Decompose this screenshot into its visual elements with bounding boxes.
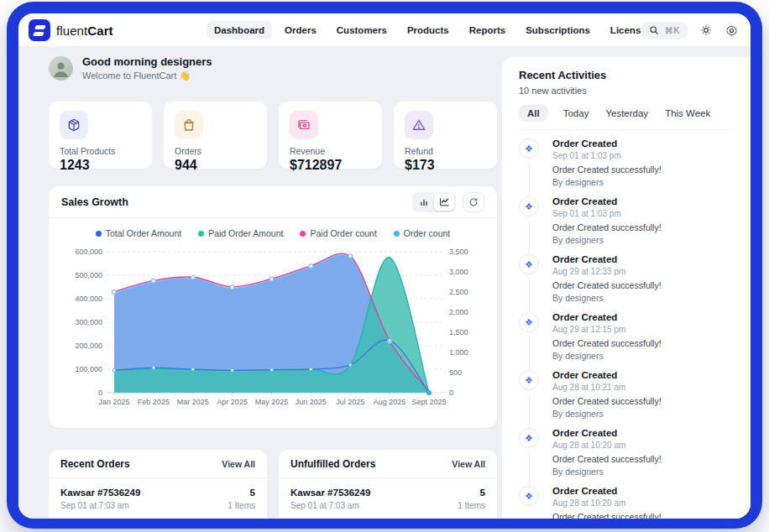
nav-item-dashboard[interactable]: Dashboard (207, 21, 272, 39)
legend-dot (394, 231, 400, 237)
search-input[interactable]: ⌘K (641, 22, 688, 39)
activity-item[interactable]: ❖Order CreatedSep 01 at 1:03 pmOrder Cre… (519, 138, 734, 196)
activity-body: Order CreatedAug 29 at 12:33 pmOrder Cre… (552, 254, 662, 312)
activity-author: By designers (552, 293, 662, 303)
nav-item-subscriptions[interactable]: Subscriptions (518, 21, 598, 39)
order-quantity: 5 (228, 488, 255, 498)
order-row-right: 51 Items (458, 488, 485, 510)
timeline-connector (529, 451, 530, 489)
legend-label: Paid Order Amount (208, 228, 283, 238)
svg-text:Apr 2025: Apr 2025 (217, 398, 248, 406)
activity-body: Order CreatedAug 28 at 10:21 amOrder Cre… (552, 370, 662, 428)
legend-item-paid-order-amount[interactable]: Paid Order Amount (198, 228, 283, 238)
order-row[interactable]: Kawsar #7536249Sep 01 at 7:03 am51 Items (279, 478, 497, 519)
activity-item[interactable]: ❖Order CreatedAug 29 at 12:15 pmOrder Cr… (519, 312, 734, 370)
activity-author: By designers (552, 467, 662, 477)
activities-tab-today[interactable]: Today (562, 105, 591, 122)
activities-tab-yesterday[interactable]: Yesterday (604, 105, 650, 122)
order-row-left: Kawsar #7536249Sep 01 at 7:03 am (290, 488, 370, 510)
device-frame: fluentCart DashboardOrdersCustomersProdu… (7, 2, 762, 529)
activities-tab-this-week[interactable]: This Week (663, 105, 712, 122)
stats-row: Total Products1243Orders944Revenue$71289… (49, 102, 497, 169)
activity-title: Order Created (552, 370, 662, 380)
nav-item-customers[interactable]: Customers (329, 21, 395, 39)
activity-title: Order Created (552, 312, 662, 322)
stat-card-revenue[interactable]: Revenue$712897 (279, 102, 382, 169)
activity-timeline-rail: ❖ (519, 428, 539, 486)
nav-item-reports[interactable]: Reports (462, 21, 513, 39)
order-quantity: 5 (458, 488, 485, 498)
svg-text:Aug 2025: Aug 2025 (374, 398, 406, 406)
svg-text:Feb 2025: Feb 2025 (138, 398, 170, 406)
svg-text:1,000: 1,000 (449, 348, 468, 357)
svg-text:May 2025: May 2025 (255, 398, 289, 406)
timeline-connector (529, 336, 530, 373)
timeline-connector (529, 220, 530, 258)
order-time: Sep 01 at 7:03 am (60, 501, 140, 510)
activity-author: By designers (552, 409, 662, 419)
dashboard-content: Good morning designers Welcome to Fluent… (18, 47, 751, 519)
stat-label: Revenue (290, 146, 371, 156)
recent-activities-panel: Recent Activities 10 new activities AllT… (502, 57, 751, 519)
greeting-section: Good morning designers Welcome to Fluent… (49, 55, 212, 81)
banknote-icon (290, 111, 318, 139)
svg-text:100,000: 100,000 (75, 365, 102, 373)
fluentcart-logo-icon (29, 19, 50, 41)
svg-text:Jun 2025: Jun 2025 (296, 398, 327, 406)
view-all-link[interactable]: View All (452, 459, 485, 469)
panel-header: Recent OrdersView All (49, 450, 267, 478)
activity-description: Order Created successfully! (552, 396, 662, 406)
activity-title: Order Created (552, 254, 662, 264)
brand-name-light: fluent (56, 23, 87, 38)
activity-body: Order CreatedAug 28 at 10:20 amOrder Cre… (552, 428, 662, 486)
svg-text:1,500: 1,500 (449, 328, 468, 336)
timeline-connector (529, 394, 530, 431)
activity-item[interactable]: ❖Order CreatedAug 28 at 10:21 amOrder Cr… (519, 370, 734, 428)
legend-item-paid-order-count[interactable]: Paid Order count (300, 228, 376, 238)
theme-sun-icon[interactable] (698, 23, 714, 38)
order-row-left: Kawsar #7536249Sep 01 at 7:03 am (60, 488, 140, 510)
activity-item[interactable]: ❖Order CreatedSep 01 at 1:03 pmOrder Cre… (519, 196, 734, 254)
chart-legend: Total Order AmountPaid Order AmountPaid … (49, 228, 497, 238)
svg-text:2,500: 2,500 (449, 288, 468, 296)
activity-item[interactable]: ❖Order CreatedAug 29 at 12:33 pmOrder Cr… (519, 254, 734, 312)
activity-body: Order CreatedSep 01 at 1:03 pmOrder Crea… (552, 196, 662, 254)
activity-item[interactable]: ❖Order CreatedAug 28 at 10:20 amOrder Cr… (519, 428, 734, 486)
sales-growth-header: Sales Growth (49, 186, 497, 218)
activity-body: Order CreatedAug 29 at 12:15 pmOrder Cre… (552, 312, 662, 370)
settings-gear-icon[interactable] (724, 23, 739, 38)
activity-item[interactable]: ❖Order CreatedAug 28 at 10:20 amOrder Cr… (519, 486, 734, 519)
activity-timestamp: Aug 29 at 12:15 pm (552, 325, 662, 334)
activity-timeline-rail: ❖ (519, 486, 539, 519)
order-box-icon: ❖ (519, 370, 539, 390)
stat-card-orders[interactable]: Orders944 (164, 102, 267, 169)
user-avatar[interactable] (49, 56, 73, 81)
order-box-icon: ❖ (519, 312, 539, 332)
nav-item-orders[interactable]: Orders (277, 21, 324, 39)
app-window: fluentCart DashboardOrdersCustomersProdu… (18, 13, 751, 519)
activity-timestamp: Aug 28 at 10:20 am (552, 498, 662, 508)
bar-chart-icon[interactable] (414, 194, 434, 211)
refresh-icon[interactable] (463, 192, 484, 212)
activity-timeline-rail: ❖ (519, 254, 539, 312)
legend-item-order-count[interactable]: Order count (394, 228, 450, 238)
stat-card-refund[interactable]: Refund$173 (394, 102, 497, 169)
panel-unfulfilled-orders: Unfulfilled OrdersView AllKawsar #753624… (279, 450, 497, 519)
sales-growth-chart[interactable]: 0100,000200,000300,000400,000500,000600,… (49, 245, 497, 413)
legend-label: Total Order Amount (106, 228, 181, 238)
panel-title: Recent Orders (60, 458, 130, 470)
order-row[interactable]: Kawsar #7536249Sep 01 at 7:03 am51 Items (49, 478, 267, 519)
search-shortcut-label: ⌘K (665, 26, 680, 35)
line-chart-icon[interactable] (434, 194, 454, 211)
view-all-link[interactable]: View All (222, 459, 255, 469)
nav-item-products[interactable]: Products (400, 21, 457, 39)
legend-item-total-order-amount[interactable]: Total Order Amount (96, 228, 181, 238)
legend-dot (96, 231, 102, 237)
activities-filter-tabs: AllTodayYesterdayThis Week (519, 105, 734, 130)
order-items-count: 1 Items (458, 501, 485, 510)
activity-body: Order CreatedSep 01 at 1:03 pmOrder Crea… (552, 138, 662, 196)
stat-card-total-products[interactable]: Total Products1243 (49, 102, 152, 169)
brand[interactable]: fluentCart (29, 19, 113, 41)
order-box-icon: ❖ (519, 138, 539, 159)
activities-tab-all[interactable]: All (519, 105, 548, 122)
